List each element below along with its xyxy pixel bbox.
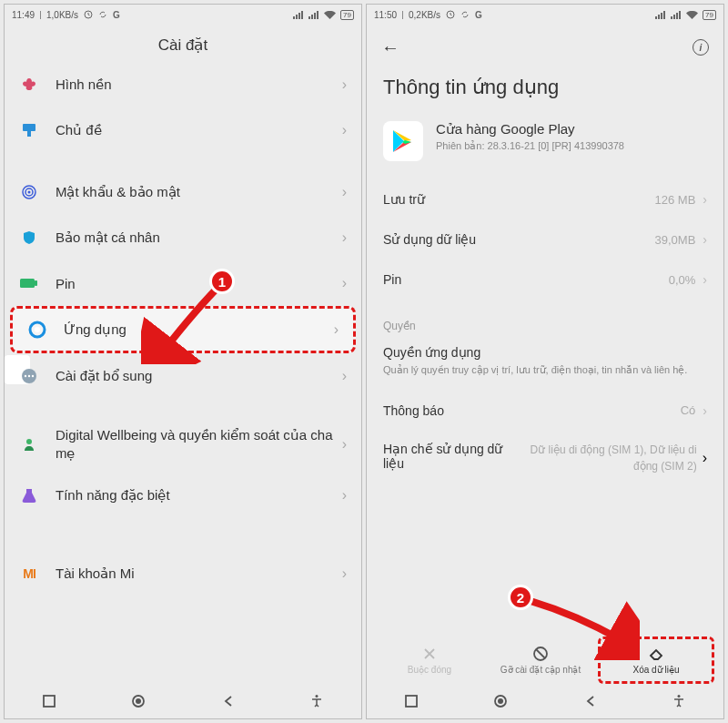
chevron-right-icon: › xyxy=(342,436,347,453)
page-title: Cài đặt xyxy=(5,25,361,62)
row-theme[interactable]: Chủ đề › xyxy=(5,107,361,153)
sync-icon xyxy=(98,10,107,19)
wellbeing-icon xyxy=(19,434,39,454)
wifi-icon xyxy=(324,11,336,19)
svg-point-17 xyxy=(136,698,141,704)
stat-value: 126 MB xyxy=(655,193,696,207)
app-version: Phiên bản: 28.3.16-21 [0] [PR] 413990378 xyxy=(436,139,624,153)
battery-icon xyxy=(19,273,39,293)
status-time: 11:50 xyxy=(374,10,397,20)
prohibit-icon xyxy=(532,646,549,662)
row-wellbeing[interactable]: Digital Wellbeing và quyền kiểm soát của… xyxy=(5,415,361,473)
stat-key: Sử dụng dữ liệu xyxy=(383,232,476,247)
row-label: Tính năng đặc biệt xyxy=(56,487,342,504)
app-name: Cửa hàng Google Play xyxy=(436,121,624,137)
stat-value: Dữ liệu di động (SIM 1), Dữ liệu di động… xyxy=(511,442,697,474)
row-mi-account[interactable]: MI Tài khoản Mi › xyxy=(5,551,361,596)
action-clear-data[interactable]: Xóa dữ liệu xyxy=(598,636,714,684)
chevron-right-icon: › xyxy=(342,122,347,138)
chevron-right-icon: › xyxy=(703,272,707,287)
play-store-icon xyxy=(383,121,423,161)
nav-home-icon[interactable] xyxy=(131,694,146,712)
row-app-permissions[interactable]: Quyền ứng dụng Quản lý quyền truy cập vị… xyxy=(367,338,723,391)
row-apps[interactable]: Ứng dụng › xyxy=(10,306,356,353)
nav-bar xyxy=(5,687,361,718)
action-label: Buộc đóng xyxy=(408,665,451,675)
bottom-actions: Buộc đóng Gỡ cài đặt cập nhật Xóa dữ liệ… xyxy=(367,633,723,687)
nav-recents-icon[interactable] xyxy=(405,695,418,711)
action-label: Xóa dữ liệu xyxy=(633,665,680,675)
stat-key: Thông báo xyxy=(383,403,444,418)
info-button[interactable]: i xyxy=(693,39,709,56)
nav-bar xyxy=(367,687,723,718)
row-battery[interactable]: Pin › xyxy=(5,260,361,306)
mi-icon: MI xyxy=(19,564,39,584)
row-storage[interactable]: Lưu trữ 126 MB › xyxy=(367,179,723,219)
battery-icon: 79 xyxy=(340,10,354,20)
chevron-right-icon: › xyxy=(342,565,347,582)
annotation-badge: 2 xyxy=(508,585,533,610)
stat-value: Có xyxy=(681,403,696,417)
alarm-icon xyxy=(446,10,455,19)
svg-rect-7 xyxy=(35,280,37,286)
row-label: Digital Wellbeing và quyền kiểm soát của… xyxy=(56,426,342,462)
dots-icon xyxy=(19,366,39,386)
chevron-right-icon: › xyxy=(334,321,339,338)
g-icon: G xyxy=(475,10,482,20)
nav-back-icon[interactable] xyxy=(584,695,597,711)
row-wallpaper[interactable]: Hình nền › xyxy=(5,62,361,107)
app-header: Cửa hàng Google Play Phiên bản: 28.3.16-… xyxy=(367,121,723,179)
flask-icon xyxy=(19,485,39,505)
row-privacy[interactable]: Bảo mật cá nhân › xyxy=(5,215,361,260)
stat-key: Pin xyxy=(383,272,401,287)
row-label: Mật khẩu & bảo mật xyxy=(56,184,342,200)
back-button[interactable]: ← xyxy=(381,37,399,58)
nav-accessibility-icon[interactable] xyxy=(310,694,323,712)
chevron-right-icon: › xyxy=(342,184,347,200)
chevron-right-icon: › xyxy=(342,229,347,246)
row-label: Cài đặt bổ sung xyxy=(56,368,342,384)
row-label: Pin xyxy=(56,276,342,291)
perm-desc: Quản lý quyền truy cập vị trí, lưu trữ, … xyxy=(383,362,707,378)
row-data-limit[interactable]: Hạn chế sử dụng dữ liệu Dữ liệu di động … xyxy=(367,431,723,485)
gear-icon xyxy=(27,320,47,340)
action-force-stop[interactable]: Buộc đóng xyxy=(374,633,485,687)
sync-icon xyxy=(460,10,470,19)
row-notifications[interactable]: Thông báo Có › xyxy=(367,391,723,431)
nav-back-icon[interactable] xyxy=(222,695,235,711)
svg-rect-6 xyxy=(20,279,35,288)
row-label: Tài khoản Mi xyxy=(56,565,342,582)
svg-point-12 xyxy=(28,375,30,377)
chevron-right-icon: › xyxy=(342,275,347,291)
nav-recents-icon[interactable] xyxy=(43,695,56,711)
svg-point-9 xyxy=(35,327,40,332)
svg-rect-15 xyxy=(44,696,55,707)
signal-icon xyxy=(655,11,666,19)
wifi-icon xyxy=(686,11,698,19)
stat-key: Hạn chế sử dụng dữ liệu xyxy=(383,442,511,471)
svg-point-13 xyxy=(32,375,34,377)
row-battery-usage[interactable]: Pin 0,0% › xyxy=(367,260,723,300)
close-icon xyxy=(421,646,438,662)
signal-icon xyxy=(671,11,682,19)
stat-key: Lưu trữ xyxy=(383,192,425,207)
row-data-usage[interactable]: Sử dụng dữ liệu 39,0MB › xyxy=(367,219,723,260)
chevron-right-icon: › xyxy=(703,450,707,466)
action-uninstall-updates[interactable]: Gỡ cài đặt cập nhật xyxy=(485,633,596,687)
perm-title: Quyền ứng dụng xyxy=(383,345,707,360)
nav-home-icon[interactable] xyxy=(493,694,508,712)
chevron-right-icon: › xyxy=(342,76,347,93)
row-additional[interactable]: Cài đặt bổ sung › xyxy=(5,353,361,399)
chevron-right-icon: › xyxy=(342,368,347,384)
svg-point-11 xyxy=(25,375,26,377)
eraser-icon xyxy=(648,646,664,662)
svg-point-24 xyxy=(678,695,681,698)
svg-point-18 xyxy=(316,695,318,698)
svg-rect-2 xyxy=(27,131,31,137)
row-label: Hình nền xyxy=(56,76,342,93)
nav-accessibility-icon[interactable] xyxy=(672,694,685,712)
row-security[interactable]: Mật khẩu & bảo mật › xyxy=(5,169,361,215)
g-icon: G xyxy=(113,10,120,20)
row-special[interactable]: Tính năng đặc biệt › xyxy=(5,473,361,518)
row-label: Chủ đề xyxy=(56,122,342,138)
